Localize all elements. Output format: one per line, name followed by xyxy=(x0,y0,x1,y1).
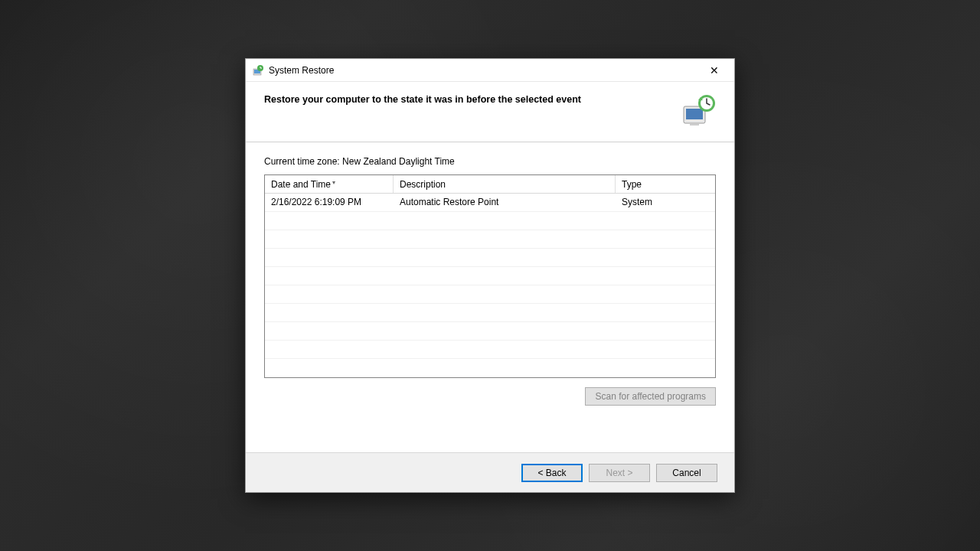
column-header-type[interactable]: Type xyxy=(616,175,707,193)
cell-date: 2/16/2022 6:19:09 PM xyxy=(265,194,394,211)
wizard-footer: < Back Next > Cancel xyxy=(246,452,734,492)
system-restore-dialog: System Restore ✕ Restore your computer t… xyxy=(245,58,735,493)
content-area: Current time zone: New Zealand Daylight … xyxy=(246,142,734,452)
back-button[interactable]: < Back xyxy=(521,464,583,482)
titlebar: System Restore ✕ xyxy=(246,59,734,82)
column-header-description[interactable]: Description xyxy=(394,175,616,193)
system-restore-icon xyxy=(252,64,264,77)
column-header-date[interactable]: Date and Time ▾ xyxy=(265,175,394,193)
page-title: Restore your computer to the state it wa… xyxy=(264,93,581,105)
restore-points-table[interactable]: Date and Time ▾ Description Type 2/16/20… xyxy=(264,174,716,378)
table-header: Date and Time ▾ Description Type xyxy=(265,175,715,194)
empty-row xyxy=(265,304,715,322)
restore-banner-icon xyxy=(681,93,716,128)
window-title: System Restore xyxy=(269,65,699,76)
wizard-header: Restore your computer to the state it wa… xyxy=(246,82,734,142)
cell-description: Automatic Restore Point xyxy=(394,194,616,211)
svg-rect-4 xyxy=(686,109,703,119)
cell-type: System xyxy=(616,194,707,211)
scan-section: Scan for affected programs xyxy=(264,378,716,406)
table-row[interactable]: 2/16/2022 6:19:09 PM Automatic Restore P… xyxy=(265,194,715,212)
empty-row xyxy=(265,341,715,359)
svg-rect-5 xyxy=(690,123,699,126)
table-body: 2/16/2022 6:19:09 PM Automatic Restore P… xyxy=(265,194,715,377)
timezone-label: Current time zone: New Zealand Daylight … xyxy=(264,156,716,167)
scan-affected-programs-button: Scan for affected programs xyxy=(585,387,716,406)
sort-descending-icon: ▾ xyxy=(332,179,335,186)
next-button: Next > xyxy=(589,464,650,482)
close-button[interactable]: ✕ xyxy=(699,60,730,80)
close-icon: ✕ xyxy=(710,64,719,77)
empty-row xyxy=(265,267,715,285)
empty-row xyxy=(265,212,715,230)
empty-row xyxy=(265,230,715,249)
empty-row xyxy=(265,322,715,341)
empty-row xyxy=(265,249,715,267)
cancel-button[interactable]: Cancel xyxy=(656,464,717,482)
empty-row xyxy=(265,285,715,304)
